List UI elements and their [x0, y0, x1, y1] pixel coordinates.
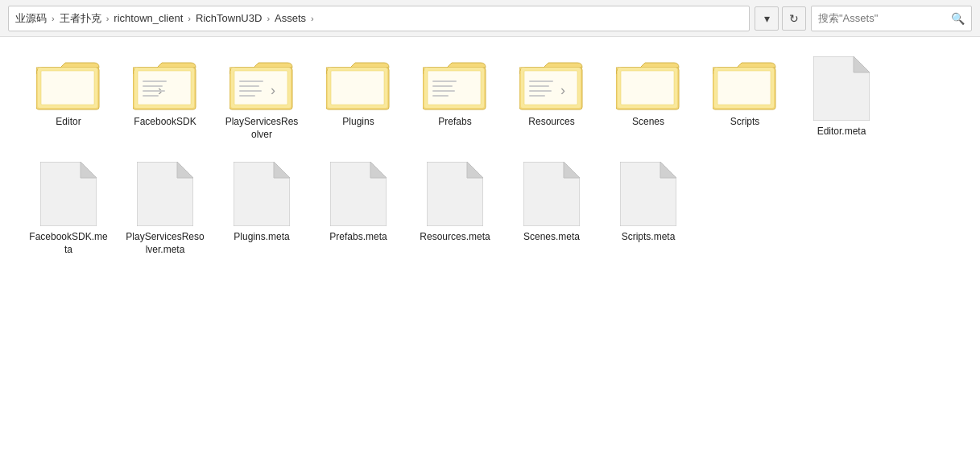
search-input[interactable]	[818, 12, 946, 24]
folder-editor[interactable]: Editor	[24, 50, 113, 147]
folder-resources-label: Resources	[528, 116, 574, 129]
svg-text:›: ›	[271, 82, 275, 98]
folder-plugins-label: Plugins	[342, 116, 374, 129]
folder-scenes[interactable]: Scenes	[604, 50, 693, 147]
folder-icon-prefabs	[423, 56, 487, 111]
svg-text:›: ›	[560, 82, 565, 98]
file-facebook-meta-label: FacebookSDK.meta	[29, 231, 108, 256]
breadcrumb-actions: ▾ ↻	[755, 6, 806, 31]
svg-marker-54	[467, 162, 483, 178]
address-bar: 业源码 › 王者扑克 › richtown_client › RichTownU…	[0, 0, 980, 37]
folder-scripts[interactable]: Scripts	[701, 50, 789, 147]
svg-rect-42	[717, 71, 771, 105]
folder-play-services[interactable]: › PlayServicesRes olver	[217, 50, 306, 147]
folder-icon-resources: ›	[519, 56, 584, 111]
svg-marker-44	[854, 56, 870, 72]
folder-icon-editor	[36, 56, 101, 111]
file-editor-meta-label: Editor.meta	[817, 126, 866, 138]
file-resources-meta-label: Resources.meta	[420, 231, 490, 244]
svg-rect-21	[331, 71, 384, 105]
search-icon[interactable]: 🔍	[951, 12, 965, 25]
file-icon-scripts-meta	[620, 162, 676, 226]
folder-scenes-label: Scenes	[632, 116, 664, 129]
svg-rect-2	[41, 71, 94, 105]
breadcrumb-area: 业源码 › 王者扑克 › richtown_client › RichTownU…	[8, 6, 750, 31]
svg-rect-9	[143, 90, 165, 92]
svg-rect-5	[138, 71, 191, 105]
svg-rect-10	[143, 95, 159, 97]
refresh-button[interactable]: ↻	[782, 6, 806, 31]
file-icon-editor-meta	[813, 56, 870, 121]
file-editor-meta[interactable]: Editor.meta	[797, 50, 886, 147]
folder-plugins[interactable]: Plugins	[314, 50, 403, 147]
svg-marker-48	[177, 162, 193, 178]
svg-rect-25	[432, 80, 457, 82]
file-prefabs-meta-label: Prefabs.meta	[329, 231, 387, 244]
folder-icon-facebook: ›	[133, 56, 197, 111]
folder-prefabs[interactable]: Prefabs	[411, 50, 499, 147]
svg-rect-35	[529, 90, 552, 92]
svg-rect-39	[621, 71, 674, 105]
svg-rect-16	[239, 85, 259, 87]
svg-marker-46	[81, 162, 97, 178]
svg-rect-27	[432, 90, 455, 92]
file-plugins-meta-label: Plugins.meta	[234, 231, 289, 244]
file-icon-plugins-meta	[234, 162, 290, 226]
file-scenes-meta[interactable]: Scenes.meta	[507, 155, 596, 262]
dropdown-button[interactable]: ▾	[755, 6, 779, 31]
svg-marker-50	[274, 162, 290, 178]
breadcrumb-richtownu3d[interactable]: RichTownU3D	[196, 12, 262, 24]
folder-prefabs-label: Prefabs	[438, 116, 471, 129]
file-grid: Editor › FacebookSDK ›	[0, 37, 980, 456]
file-icon-prefabs-meta	[330, 162, 387, 226]
file-icon-resources-meta	[427, 162, 483, 226]
svg-rect-15	[239, 80, 263, 82]
folder-icon-plugins	[326, 56, 391, 111]
file-play-services-meta[interactable]: PlayServicesResolver.meta	[121, 155, 209, 262]
folder-scripts-label: Scripts	[730, 116, 760, 129]
svg-marker-52	[370, 162, 387, 178]
breadcrumb-wangzhe[interactable]: 王者扑克	[60, 11, 101, 26]
folder-play-services-label: PlayServicesRes olver	[222, 116, 301, 141]
svg-marker-56	[564, 162, 580, 178]
svg-rect-34	[529, 85, 549, 87]
file-scripts-meta-label: Scripts.meta	[622, 231, 676, 244]
file-play-services-meta-label: PlayServicesResolver.meta	[126, 231, 205, 256]
svg-rect-31	[524, 71, 577, 105]
file-prefabs-meta[interactable]: Prefabs.meta	[314, 155, 403, 262]
svg-rect-17	[239, 90, 262, 92]
file-icon-scenes-meta	[523, 162, 580, 226]
file-resources-meta[interactable]: Resources.meta	[411, 155, 499, 262]
folder-resources[interactable]: › Resources	[507, 50, 596, 147]
folder-facebook-sdk-label: FacebookSDK	[134, 116, 196, 129]
folder-icon-scenes	[616, 56, 680, 111]
svg-marker-58	[660, 162, 676, 178]
svg-rect-18	[239, 95, 255, 97]
file-icon-facebook-meta	[40, 162, 97, 226]
svg-rect-28	[432, 95, 449, 97]
breadcrumb-root[interactable]: 业源码	[15, 11, 47, 26]
svg-rect-13	[234, 71, 287, 105]
svg-rect-26	[432, 85, 453, 87]
folder-icon-play-services: ›	[229, 56, 294, 111]
folder-facebook-sdk[interactable]: › FacebookSDK	[121, 50, 209, 147]
folder-icon-scripts	[713, 56, 777, 111]
search-box[interactable]: 🔍	[811, 6, 972, 31]
svg-rect-33	[529, 80, 553, 82]
file-facebook-meta[interactable]: FacebookSDK.meta	[24, 155, 113, 262]
file-plugins-meta[interactable]: Plugins.meta	[217, 155, 306, 262]
breadcrumb-richtown[interactable]: richtown_client	[114, 12, 183, 24]
svg-rect-36	[529, 95, 545, 97]
file-icon-play-services-meta	[137, 162, 193, 226]
file-scenes-meta-label: Scenes.meta	[523, 231, 580, 244]
folder-editor-label: Editor	[56, 116, 81, 129]
file-scripts-meta[interactable]: Scripts.meta	[604, 155, 693, 262]
svg-rect-24	[428, 71, 481, 105]
svg-rect-7	[143, 80, 167, 82]
svg-rect-8	[143, 85, 163, 87]
breadcrumb-assets[interactable]: Assets	[275, 12, 306, 24]
